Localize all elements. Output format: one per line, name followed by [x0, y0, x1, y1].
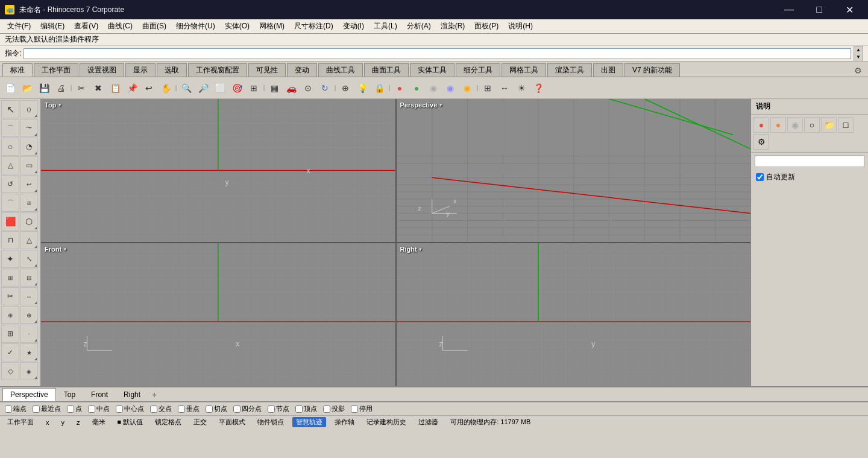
help-tool[interactable]: ❓ — [530, 80, 546, 96]
toolbar-tab-[interactable]: 曲线工具 — [318, 63, 363, 77]
rp-render-icon[interactable]: ● — [770, 117, 786, 133]
toolbar-tab-[interactable]: 细分工具 — [456, 63, 500, 77]
osnap-checkbox-顶点[interactable] — [295, 406, 303, 413]
cylinder-tool[interactable]: ⊓ — [1, 231, 19, 249]
offset-tool[interactable]: ≋ — [20, 194, 38, 212]
extend-tool[interactable]: ↔ — [20, 287, 38, 305]
pan-tool[interactable]: ✋ — [158, 80, 174, 96]
rect-tool[interactable]: ▭ — [20, 156, 38, 174]
scale-tool[interactable]: ⤡ — [20, 250, 38, 268]
view-tab-front[interactable]: Front — [83, 388, 116, 401]
osnap-checkbox-投影[interactable] — [323, 406, 330, 413]
status-x[interactable]: x — [42, 418, 53, 427]
zoom-selected-tool[interactable]: 🎯 — [229, 80, 245, 96]
menu-item-L[interactable]: 工具(L) — [369, 20, 402, 33]
toolbar-tab-[interactable]: 出图 — [593, 63, 623, 77]
osnap-checkbox-端点[interactable] — [5, 406, 12, 413]
point-tool[interactable]: ⊕ — [338, 80, 353, 96]
menu-item-S[interactable]: 曲面(S) — [137, 20, 171, 33]
toolbar-tab-[interactable]: 曲面工具 — [364, 63, 409, 77]
zoom-window-tool[interactable]: ⬜ — [212, 80, 228, 96]
join-tool[interactable]: ⊟ — [20, 269, 38, 287]
select-sub-tool[interactable]: ⟨⟩ — [20, 100, 38, 118]
viewport-top-label[interactable]: Top ▼ — [45, 101, 62, 109]
view-tab-right[interactable]: Right — [116, 388, 148, 401]
check-tool[interactable]: ✓ — [1, 343, 19, 361]
viewport-top[interactable]: y x Top ▼ — [41, 99, 395, 242]
viewport-top-arrow[interactable]: ▼ — [57, 103, 62, 108]
close-button[interactable]: ✕ — [835, 0, 863, 19]
toolbar-tab-[interactable]: 可见性 — [248, 63, 286, 77]
rp-folder-icon[interactable]: 📁 — [821, 117, 837, 133]
toolbar-tab-[interactable]: 工作视窗配置 — [188, 63, 247, 77]
viewport-right[interactable]: z y Right ▼ — [397, 243, 751, 386]
view-tab-add[interactable]: + — [148, 389, 160, 401]
osnap-checkbox-交点[interactable] — [150, 406, 157, 413]
polyline-tool[interactable]: ⌒ — [1, 119, 19, 137]
osnap-checkbox-切点[interactable] — [206, 406, 213, 413]
menu-item-F[interactable]: 文件(F) — [2, 20, 36, 33]
sphere2-tool[interactable]: ⬡ — [20, 212, 38, 231]
status-[interactable]: 物件锁点 — [254, 417, 288, 427]
circle-tool[interactable]: ○ — [1, 138, 19, 156]
rp-blank-icon[interactable]: ○ — [804, 117, 820, 133]
osnap-checkbox-点[interactable] — [67, 406, 74, 413]
rotate-tool[interactable]: ↺ — [1, 175, 19, 193]
viewport-perspective-label[interactable]: Perspective ▼ — [400, 101, 444, 109]
viewport-front[interactable]: z x Front ▼ — [41, 243, 395, 386]
grid-tool[interactable]: ⊞ — [1, 325, 19, 343]
sphere-tool[interactable]: ◉ — [426, 80, 441, 96]
print-tool[interactable]: 🖨 — [53, 80, 69, 96]
dot-tool[interactable]: · — [20, 325, 38, 343]
viewport-right-arrow[interactable]: ▼ — [418, 247, 423, 252]
menu-item-R[interactable]: 渲染(R) — [436, 20, 470, 33]
menu-item-O[interactable]: 实体(O) — [220, 20, 254, 33]
toolbar-tab-[interactable]: 设置视图 — [80, 63, 124, 77]
toolbar-tab-[interactable]: 实体工具 — [410, 63, 454, 77]
select-tool[interactable]: ↖ — [1, 100, 19, 118]
viewport-front-arrow[interactable]: ▼ — [63, 247, 68, 252]
menu-item-U[interactable]: 细分物件(U) — [171, 20, 220, 33]
toolbar-tab-[interactable]: 标准 — [2, 63, 33, 77]
minimize-button[interactable]: — — [775, 0, 803, 19]
rp-material-icon[interactable]: ◉ — [787, 117, 803, 133]
shape-tool[interactable]: ◇ — [1, 362, 19, 380]
cut-tool[interactable]: ✂ — [74, 80, 89, 96]
fillet-tool[interactable]: ⌒ — [1, 194, 19, 212]
view-tab-top[interactable]: Top — [56, 388, 83, 401]
command-input[interactable] — [24, 48, 851, 59]
zoom-extents-tool[interactable]: ⊞ — [246, 80, 262, 96]
status-y[interactable]: y — [58, 418, 69, 427]
toolbar-tab-[interactable]: 工作平面 — [34, 63, 78, 77]
viewport-right-label[interactable]: Right ▼ — [400, 246, 423, 253]
menu-item-I[interactable]: 变动(I) — [338, 20, 369, 33]
glass-tool[interactable]: ◉ — [442, 80, 458, 96]
render-preview-tool[interactable]: 🚗 — [283, 80, 299, 96]
delete-tool[interactable]: ✖ — [90, 80, 106, 96]
rp-color-icon[interactable]: ● — [753, 117, 769, 133]
maximize-button[interactable]: □ — [805, 0, 833, 19]
cone-tool[interactable]: △ — [20, 231, 38, 249]
command-scroll-down[interactable]: ▼ — [854, 54, 863, 61]
osnap-checkbox-最近点[interactable] — [33, 406, 40, 413]
osnap-checkbox-中心点[interactable] — [116, 406, 123, 413]
status-[interactable]: 记录建构历史 — [363, 417, 410, 427]
menu-item-H[interactable]: 说明(H) — [503, 20, 538, 33]
status-[interactable]: 毫米 — [89, 417, 109, 427]
menu-item-M[interactable]: 网格(M) — [254, 20, 289, 33]
viewport-perspective-arrow[interactable]: ▼ — [438, 103, 443, 108]
toolbar-tab-[interactable]: 显示 — [125, 63, 156, 77]
lock-tool[interactable]: 🔒 — [371, 80, 387, 96]
viewport-perspective[interactable]: z y x Perspective ▼ — [397, 99, 751, 242]
rotate-view-tool[interactable]: ↻ — [317, 80, 333, 96]
arc-tool[interactable]: ◔ — [20, 138, 38, 156]
menu-item-D[interactable]: 尺寸标注(D) — [289, 20, 338, 33]
render-tool[interactable]: ⊙ — [300, 80, 316, 96]
view-tab-perspective[interactable]: Perspective — [2, 388, 56, 401]
status-[interactable]: 智慧轨迹 — [292, 417, 326, 427]
osnap-checkbox-四分点[interactable] — [233, 406, 241, 413]
misc-tool[interactable]: ★ — [20, 343, 38, 361]
box-tool[interactable]: 🟥 — [1, 212, 19, 231]
osnap-checkbox-中点[interactable] — [88, 406, 95, 413]
status-[interactable]: 过滤器 — [415, 417, 442, 427]
